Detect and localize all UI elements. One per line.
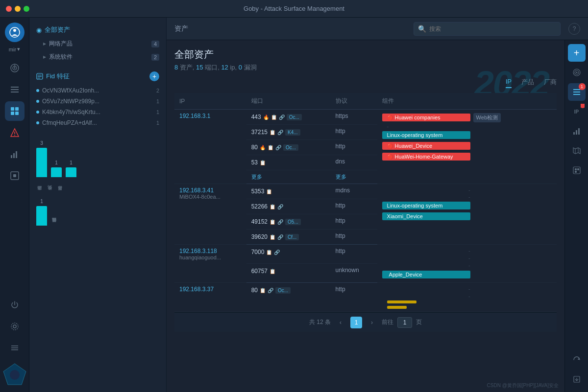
settings-icon[interactable] — [5, 317, 24, 336]
all-assets-header[interactable]: ◉ 全部资产 — [29, 23, 166, 37]
right-radar-button[interactable] — [568, 64, 586, 81]
power-icon[interactable] — [5, 295, 24, 315]
close-button[interactable] — [6, 6, 12, 12]
network-products-item[interactable]: ▶ 网络产品 4 — [29, 37, 166, 50]
fid-item-0[interactable]: OcVN3WfXAu2Ionh... 2 — [36, 85, 159, 96]
copy-icon[interactable]: 📋 — [266, 189, 272, 194]
link-icon[interactable]: 🔗 — [274, 250, 280, 255]
search-box[interactable]: 🔍 — [414, 22, 561, 36]
svg-marker-42 — [573, 148, 580, 154]
link-icon[interactable]: 🔗 — [277, 130, 283, 135]
link-icon[interactable]: 🔗 — [279, 115, 285, 120]
port-tag[interactable]: Oc... — [283, 144, 298, 151]
port-cell: 7000 📋 🔗 — [246, 245, 331, 264]
minimize-button[interactable] — [15, 6, 21, 12]
window-title: Goby - Attack Surface Management — [244, 5, 344, 12]
fid-count-0: 2 — [156, 88, 159, 93]
link-icon[interactable]: 🔗 — [268, 288, 273, 293]
copy-icon[interactable]: 📋 — [271, 115, 277, 120]
svg-point-22 — [11, 323, 18, 330]
ip-address[interactable]: 192.168.3.37 — [179, 286, 242, 293]
nav-assets-label: 资产 — [174, 24, 188, 33]
status-pentagon — [2, 363, 27, 387]
port-tag[interactable]: Cf... — [285, 234, 299, 240]
ip-address[interactable]: 192.168.3.1 — [179, 113, 210, 119]
comp-dash: - — [382, 255, 552, 261]
ip-cell: 192.168.3.41 MiBOX4-8c0ea... — [174, 184, 246, 245]
copy-icon[interactable]: 📋 — [270, 204, 275, 209]
ip-address[interactable]: 192.168.3.41 — [179, 187, 242, 194]
tab-products[interactable]: 产品 — [521, 78, 534, 88]
tab-ip[interactable]: IP — [506, 78, 512, 88]
port-tag[interactable]: K4... — [285, 129, 300, 136]
sidebar-icon-list[interactable] — [5, 80, 24, 99]
copy-icon[interactable]: 📋 — [266, 250, 272, 255]
sidebar-icon-radar[interactable] — [5, 58, 24, 78]
link-icon[interactable]: 🔗 — [277, 234, 283, 240]
watermark: CSDN @黄乔国[PHP][JAVA]安全 — [487, 382, 559, 389]
assets-table-wrapper: IP 端口 协议 组件 192.168.3.1 — [174, 93, 557, 312]
link-icon[interactable]: 🔗 — [277, 204, 283, 209]
web-badge[interactable]: Web检测 — [473, 113, 501, 122]
fid-item-3[interactable]: CfmqHeuPZA+dAlf... 1 — [36, 117, 159, 128]
link-icon[interactable]: 🔗 — [275, 145, 281, 150]
tab-vendors[interactable]: 厂商 — [544, 78, 557, 88]
sidebar-icon-assets[interactable] — [5, 101, 24, 121]
ip-address[interactable]: 192.168.3.118 — [179, 248, 242, 254]
fid-add-button[interactable]: + — [149, 71, 159, 81]
svg-point-15 — [14, 135, 15, 136]
window-controls — [6, 6, 29, 12]
prev-page-button[interactable]: ‹ — [335, 317, 346, 328]
list-badge: 1 — [579, 83, 586, 90]
sidebar-icon-stats[interactable] — [5, 144, 24, 164]
right-map-button[interactable] — [568, 142, 586, 160]
port-tag[interactable]: O5... — [285, 219, 301, 225]
ip-badge-dot — [581, 104, 585, 108]
copy-icon[interactable]: 📋 — [260, 288, 266, 293]
copy-icon[interactable]: 📋 — [270, 219, 275, 225]
fid-title: Fid 特征 — [36, 72, 70, 81]
port-more-button[interactable]: 更多 — [251, 174, 262, 180]
proto-cell: http — [331, 214, 377, 230]
fid-item-1[interactable]: O5Vu7zNtWPz989p... 1 — [36, 96, 159, 107]
page-1-button[interactable]: 1 — [350, 317, 362, 328]
sidebar-icon-vuln[interactable] — [5, 123, 24, 142]
user-menu[interactable]: mir ▾ — [9, 46, 20, 52]
link-icon[interactable]: 🔗 — [277, 219, 283, 225]
svg-rect-45 — [573, 167, 580, 174]
menu-icon[interactable] — [5, 338, 24, 358]
sidebar-icon-plugin[interactable] — [5, 166, 24, 185]
copy-icon[interactable]: 📋 — [270, 269, 275, 274]
port-number: 80 — [251, 287, 258, 294]
svg-rect-17 — [13, 153, 15, 158]
comp-xiaomi: Xiaomi_Device — [382, 212, 470, 220]
right-export-button[interactable] — [568, 370, 586, 388]
search-input[interactable] — [429, 25, 556, 32]
svg-rect-16 — [11, 155, 12, 158]
maximize-button[interactable] — [24, 6, 29, 12]
right-plugin-button[interactable] — [568, 161, 586, 179]
proto-cell: http — [331, 125, 377, 140]
copy-icon[interactable]: 📋 — [270, 234, 275, 240]
port-number: 53 — [251, 159, 258, 166]
help-button[interactable]: ? — [568, 23, 580, 35]
copy-icon[interactable]: 📋 — [260, 160, 266, 165]
fid-item-2[interactable]: K4bkn4y7h/wSqKrtu... 1 — [36, 107, 159, 117]
copy-icon[interactable]: 📋 — [268, 145, 273, 150]
right-chart-button[interactable] — [568, 122, 586, 140]
port-number: 49152 — [251, 218, 268, 225]
comp-apple: Apple_Device — [382, 271, 470, 278]
goto-page-input[interactable] — [397, 317, 412, 328]
port-tag[interactable]: Oc... — [287, 114, 302, 120]
comp-cell: - - — [377, 283, 557, 312]
svg-rect-48 — [575, 171, 577, 173]
right-refresh-button[interactable] — [568, 351, 586, 369]
system-software-item[interactable]: ▶ 系统软件 2 — [29, 50, 166, 64]
next-page-button[interactable]: › — [366, 317, 378, 328]
right-add-button[interactable]: + — [568, 44, 586, 62]
port-tag[interactable]: Oc... — [275, 287, 291, 294]
right-ip-button[interactable]: IP — [568, 103, 586, 120]
copy-icon[interactable]: 📋 — [270, 130, 275, 135]
proto-more[interactable]: 更多 — [336, 174, 346, 180]
right-list-button[interactable]: 1 — [568, 83, 586, 101]
